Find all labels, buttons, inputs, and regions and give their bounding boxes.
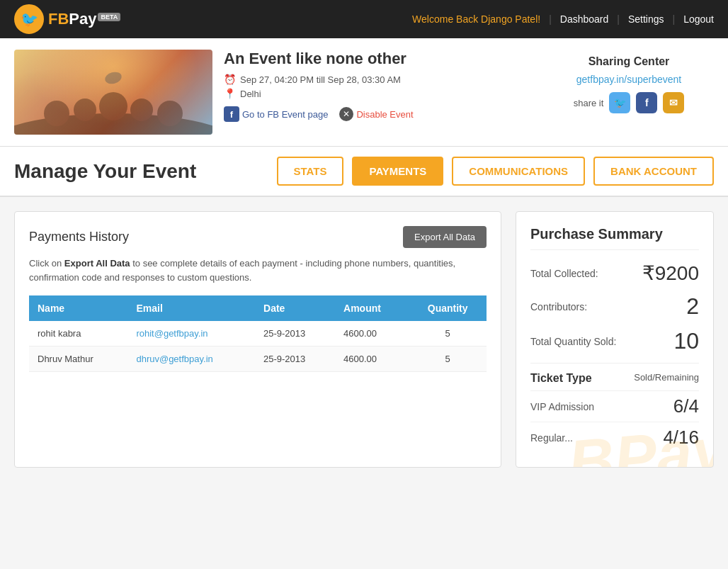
col-name: Name xyxy=(29,295,127,321)
tab-communications[interactable]: COMMUNICATIONS xyxy=(452,157,585,186)
total-qty-value: 10 xyxy=(673,328,699,354)
purchase-summary-title: Purchase Summary xyxy=(530,226,699,250)
welcome-text: Welcome Back Django Patel! xyxy=(412,13,540,25)
dashboard-link[interactable]: Dashboard xyxy=(560,13,609,25)
manage-title: Manage Your Event xyxy=(14,160,268,183)
ticket-name: VIP Admission xyxy=(530,401,594,412)
ticket-sold-value: 4/16 xyxy=(663,427,699,449)
logout-link[interactable]: Logout xyxy=(683,13,714,25)
facebook-icon: f xyxy=(224,106,239,122)
ticket-type-label: Ticket Type xyxy=(530,372,592,385)
logo-text: FBPayBETA xyxy=(48,10,120,28)
disable-event-button[interactable]: ✕ Disable Event xyxy=(339,107,413,121)
event-time: ⏰ Sep 27, 04:20 PM till Sep 28, 03:30 AM xyxy=(224,74,533,85)
purchase-summary: Purchase Summary Total Collected: ₹9200 … xyxy=(516,211,714,468)
twitter-share-button[interactable]: 🐦 xyxy=(609,92,630,113)
svg-point-1 xyxy=(44,101,69,126)
location-icon: 📍 xyxy=(224,88,236,99)
ticket-rows: VIP Admission 6/4 Regular... 4/16 xyxy=(530,390,699,453)
nav-separator-1: | xyxy=(549,13,552,25)
sharing-link[interactable]: getfbpay.in/superbevent xyxy=(555,74,703,85)
email-link[interactable]: dhruv@getfbpay.in xyxy=(136,354,212,364)
event-image xyxy=(14,50,212,135)
share-label: share it xyxy=(574,98,604,108)
svg-point-2 xyxy=(74,98,96,121)
svg-point-5 xyxy=(157,101,183,126)
event-title: An Event like none other xyxy=(224,50,533,68)
tab-bank-account[interactable]: BANK ACCOUNT xyxy=(593,157,714,186)
left-panel: Payments History Export All Data Click o… xyxy=(14,211,501,468)
cell-amount: 4600.00 xyxy=(335,347,409,372)
contributors-label: Contributors: xyxy=(530,301,587,312)
svg-point-3 xyxy=(99,92,127,120)
ticket-name: Regular... xyxy=(530,432,573,444)
share-row: share it 🐦 f ✉ xyxy=(555,92,703,113)
event-actions: f Go to FB Event page ✕ Disable Event xyxy=(224,106,533,122)
cell-quantity: 5 xyxy=(409,347,487,372)
ticket-type-header: Ticket Type Sold/Remaining xyxy=(530,363,699,385)
event-section: An Event like none other ⏰ Sep 27, 04:20… xyxy=(0,38,728,147)
cell-date: 25-9-2013 xyxy=(255,321,335,347)
table-header-row: Name Email Date Amount Quantity xyxy=(29,295,487,321)
facebook-share-button[interactable]: f xyxy=(636,92,657,113)
nav-separator-2: | xyxy=(617,13,620,25)
ticket-row: VIP Admission 6/4 xyxy=(530,390,699,422)
clock-icon: ⏰ xyxy=(224,74,236,85)
cell-name: Dhruv Mathur xyxy=(29,347,127,372)
table-row: rohit kabra rohit@getfbpay.in 25-9-2013 … xyxy=(29,321,487,347)
payments-table: Name Email Date Amount Quantity rohit ka… xyxy=(29,295,487,372)
payments-title: Payments History xyxy=(29,230,129,244)
payments-header: Payments History Export All Data xyxy=(29,226,487,248)
total-qty-label: Total Quantity Sold: xyxy=(530,336,616,347)
svg-point-4 xyxy=(130,98,153,121)
export-emphasis: Export All Data xyxy=(64,258,130,269)
tab-stats[interactable]: STATS xyxy=(277,157,344,186)
total-collected-row: Total Collected: ₹9200 xyxy=(530,261,699,285)
nav-separator-3: | xyxy=(673,13,676,25)
tab-payments[interactable]: PAYMENTS xyxy=(352,157,443,186)
ticket-row: Regular... 4/16 xyxy=(530,422,699,453)
settings-link[interactable]: Settings xyxy=(628,13,664,25)
cell-email: dhruv@getfbpay.in xyxy=(127,347,255,372)
col-amount: Amount xyxy=(335,295,409,321)
ticket-sold-value: 6/4 xyxy=(673,395,699,417)
sharing-center: Sharing Center getfbpay.in/superbevent s… xyxy=(544,50,714,135)
email-link[interactable]: rohit@getfbpay.in xyxy=(136,328,207,339)
cell-email: rohit@getfbpay.in xyxy=(127,321,255,347)
close-circle-icon: ✕ xyxy=(339,107,353,121)
cell-date: 25-9-2013 xyxy=(255,347,335,372)
contributors-value: 2 xyxy=(686,293,699,320)
nav-right: Welcome Back Django Patel! | Dashboard |… xyxy=(412,13,714,25)
payments-description: Click on Export All Data to see complete… xyxy=(29,257,487,284)
export-all-data-button[interactable]: Export All Data xyxy=(403,226,487,248)
col-quantity: Quantity xyxy=(409,295,487,321)
total-qty-row: Total Quantity Sold: 10 xyxy=(530,328,699,354)
logo-icon xyxy=(14,4,44,34)
logo-area: FBPayBETA xyxy=(14,4,120,34)
event-location: 📍 Delhi xyxy=(224,88,533,99)
header: FBPayBETA Welcome Back Django Patel! | D… xyxy=(0,0,728,38)
table-row: Dhruv Mathur dhruv@getfbpay.in 25-9-2013… xyxy=(29,347,487,372)
event-info: An Event like none other ⏰ Sep 27, 04:20… xyxy=(224,50,533,135)
payments-table-body: rohit kabra rohit@getfbpay.in 25-9-2013 … xyxy=(29,321,487,372)
sharing-title: Sharing Center xyxy=(555,55,703,68)
cell-name: rohit kabra xyxy=(29,321,127,347)
beta-badge: BETA xyxy=(98,13,120,21)
cell-amount: 4600.00 xyxy=(335,321,409,347)
right-panel: Purchase Summary Total Collected: ₹9200 … xyxy=(516,211,714,468)
contributors-row: Contributors: 2 xyxy=(530,293,699,320)
cell-quantity: 5 xyxy=(409,321,487,347)
manage-header: Manage Your Event STATS PAYMENTS COMMUNI… xyxy=(0,147,728,197)
email-share-button[interactable]: ✉ xyxy=(663,92,684,113)
fb-event-link[interactable]: f Go to FB Event page xyxy=(224,106,328,122)
main-content: Payments History Export All Data Click o… xyxy=(0,197,728,482)
total-collected-label: Total Collected: xyxy=(530,268,598,279)
sold-remaining-label: Sold/Remaining xyxy=(634,372,699,385)
svg-point-6 xyxy=(103,70,123,86)
total-collected-value: ₹9200 xyxy=(642,261,699,285)
col-email: Email xyxy=(127,295,255,321)
col-date: Date xyxy=(255,295,335,321)
